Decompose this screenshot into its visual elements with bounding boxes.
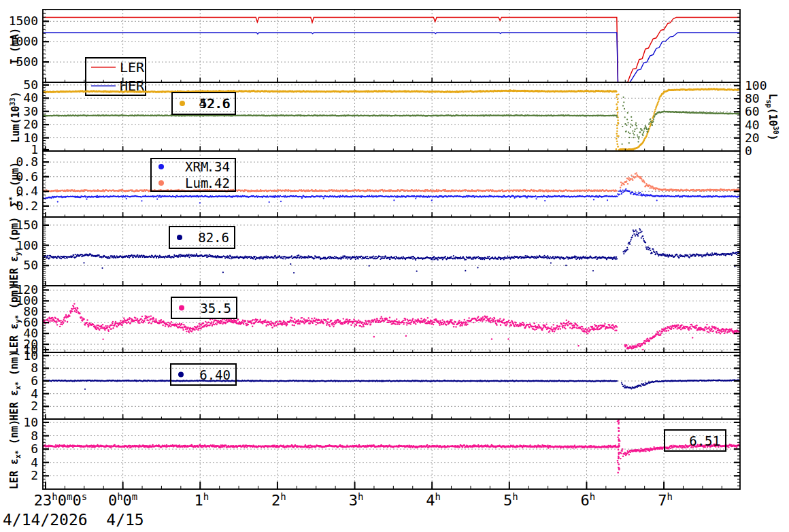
right-tick-label: 60	[745, 104, 760, 118]
legend-value: 35.5	[200, 301, 231, 316]
panel-ler-ey-series	[42, 303, 741, 350]
legend-sigma-y: XRM.34Lum.42	[151, 159, 235, 191]
panel-sigma-y-series	[42, 172, 741, 203]
legend-ler-ey: 35.5	[171, 297, 237, 318]
legend-label: LER	[120, 59, 145, 76]
panel-ler-ex: 1086426.51	[23, 415, 741, 489]
ylabel-ler-ex: LER εx* (nm)	[8, 419, 22, 488]
xtick-label: 6h	[581, 491, 596, 509]
legend-value: .34	[207, 159, 230, 174]
right-tick-label: 0	[745, 144, 752, 158]
panel-her-ey: 1501005082.6	[16, 217, 740, 286]
ylabel-ler-ey: LER εy* (pm)	[8, 284, 22, 354]
series-Lum	[42, 88, 741, 151]
xtick-label: 2h	[271, 491, 286, 509]
panel-luminosity-series	[42, 88, 741, 151]
ylabel-her-ey: HER εy* (pm)	[8, 216, 22, 286]
left-tick-label: 4	[31, 455, 38, 469]
left-tick-label: 30	[23, 104, 38, 118]
legend-label: XRM	[185, 159, 208, 174]
left-tick-label: 40	[23, 90, 38, 105]
left-tick-label: 8	[31, 429, 38, 443]
xtick-label: 0h0m	[108, 491, 137, 509]
xtick-label: 1h	[194, 491, 209, 509]
legend-luminosity: 42.652.6	[172, 93, 235, 114]
ylabel-luminosity: Lum(1033)	[9, 91, 22, 142]
series-LER-current	[43, 18, 740, 83]
panel-ler-ey: 120100806040201035.5	[16, 282, 741, 356]
legend-value: 6.40	[199, 367, 231, 382]
right-tick-label: 40	[745, 118, 760, 132]
series-Lum-abort-spray	[616, 94, 620, 150]
series-LER-ex	[42, 440, 741, 459]
xtick-label: 3h	[349, 491, 364, 509]
ylabel-sigma-y: Σ*y (μm)	[8, 161, 22, 206]
plot-canvas: 15001000500LERHER10080604020050403020101…	[0, 0, 789, 532]
left-tick-label: 50	[23, 258, 38, 272]
legend-value: 52.6	[199, 96, 231, 111]
ylabel-her-ex: HER εx* (nm)	[8, 351, 22, 420]
beam-history-chart: 15001000500LERHER10080604020050403020101…	[0, 0, 789, 532]
panel-her-ex: 1086426.40	[23, 348, 740, 419]
right-tick-label: 100	[745, 78, 767, 93]
left-tick-label: 2	[31, 468, 38, 482]
series-HER-ey	[42, 228, 741, 273]
panel-ler-ex-series	[42, 420, 741, 474]
legend-value: 6.51	[689, 433, 720, 448]
legend-value: 82.6	[198, 230, 229, 245]
series-sigma-y-Lum	[42, 172, 741, 193]
left-tick-label: 10	[23, 415, 38, 429]
left-tick-label: 20	[23, 117, 38, 131]
xtick-label: 7h	[658, 491, 673, 509]
ylabel-current: I (mA)	[9, 27, 21, 64]
left-tick-label: 1500	[9, 14, 38, 28]
left-tick-label: 6	[31, 442, 38, 456]
legend-label: Lum	[185, 176, 208, 190]
ylabel-right-luminosity: Lsp(1030)	[765, 93, 779, 140]
xtick-label: 5h	[503, 491, 518, 509]
right-tick-label: 20	[745, 131, 760, 145]
left-tick-label: 50	[23, 78, 38, 92]
panel-current-series	[43, 18, 740, 83]
right-tick-label: 80	[745, 91, 760, 105]
panel-sigma-y: 0.80.60.40.2XRM.34Lum.42	[16, 151, 740, 217]
date-label: 4/14/2026 4/15	[3, 511, 144, 529]
series-LER-ey	[42, 303, 741, 350]
panel-her-ey-series	[42, 228, 741, 273]
xtick-label: 23h0m0s	[34, 491, 87, 509]
series-HER-current	[43, 33, 740, 82]
legend-value: .42	[207, 176, 230, 190]
xtick-label: 4h	[426, 491, 441, 509]
left-tick-label: 2	[31, 399, 38, 413]
legend-current: LERHER	[86, 58, 146, 95]
